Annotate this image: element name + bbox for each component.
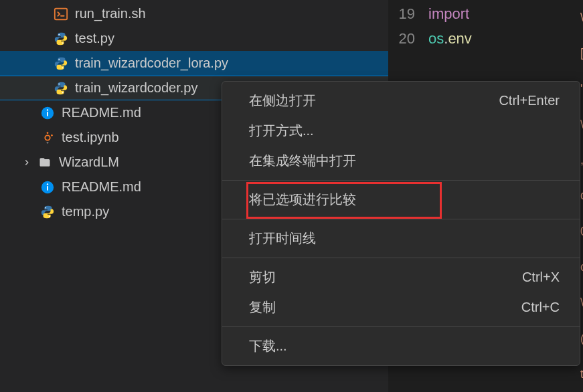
svg-point-1 <box>58 33 60 35</box>
menu-separator <box>222 180 580 181</box>
token: import <box>428 5 469 22</box>
svg-point-9 <box>47 109 48 110</box>
svg-rect-15 <box>47 186 48 190</box>
folder-icon <box>37 155 52 170</box>
menu-label: 在侧边打开 <box>249 92 316 110</box>
file-label: temp.py <box>62 204 109 219</box>
menu-separator <box>222 326 580 327</box>
chevron-right-icon <box>20 158 33 167</box>
edge-char: \ <box>580 296 583 310</box>
svg-point-11 <box>47 132 49 134</box>
notebook-icon <box>40 130 55 145</box>
menu-item[interactable]: 在集成终端中打开 <box>222 146 580 176</box>
menu-item[interactable]: 打开时间线 <box>222 223 580 254</box>
shell-icon <box>54 7 68 21</box>
edge-char: d <box>580 189 583 203</box>
menu-label: 下载... <box>249 337 287 355</box>
menu-item[interactable]: 下载... <box>222 331 580 361</box>
edge-char: 0 <box>580 225 583 239</box>
file-label: WizardLM <box>59 155 119 170</box>
code-content: os.env <box>428 30 472 47</box>
keyboard-shortcut: Ctrl+Enter <box>499 93 560 108</box>
info-icon <box>40 106 55 120</box>
file-label: test.ipynb <box>62 130 119 145</box>
menu-item[interactable]: 打开方式... <box>222 116 580 146</box>
menu-separator <box>222 258 580 258</box>
menu-separator <box>222 219 580 219</box>
svg-point-2 <box>62 42 64 43</box>
edge-char: [ <box>580 46 583 60</box>
file-label: run_train.sh <box>75 6 146 21</box>
svg-point-12 <box>47 141 49 143</box>
python-icon <box>40 205 55 219</box>
keyboard-shortcut: Ctrl+C <box>521 300 560 315</box>
svg-point-13 <box>51 134 53 136</box>
file-item[interactable]: run_train.sh <box>0 1 388 26</box>
edge-char: c <box>580 260 583 274</box>
menu-label: 剪切 <box>249 268 276 286</box>
token: os <box>428 30 444 47</box>
svg-point-4 <box>62 67 64 68</box>
edge-char: t <box>580 367 583 381</box>
context-menu: 在侧边打开Ctrl+Enter打开方式...在集成终端中打开将已选项进行比较打开… <box>222 81 580 366</box>
token: env <box>448 30 471 47</box>
file-item[interactable]: test.py <box>0 26 388 51</box>
menu-item[interactable]: 在侧边打开Ctrl+Enter <box>222 86 580 116</box>
svg-rect-8 <box>47 112 48 116</box>
svg-point-5 <box>58 83 60 84</box>
edge-char: \ <box>580 11 583 25</box>
keyboard-shortcut: Ctrl+X <box>522 270 560 285</box>
svg-point-10 <box>45 135 50 140</box>
menu-item[interactable]: 将已选项进行比较 <box>222 185 580 215</box>
file-label: README.md <box>62 105 141 120</box>
edge-char: ' <box>580 82 583 96</box>
edge-char: ( <box>580 332 583 346</box>
menu-item[interactable]: 复制Ctrl+C <box>222 292 580 322</box>
edge-char: \ <box>580 118 583 132</box>
code-line[interactable]: 19import <box>388 1 583 26</box>
file-label: train_wizardcoder_lora.py <box>75 56 228 71</box>
menu-label: 复制 <box>249 298 276 316</box>
code-content: import <box>428 5 469 23</box>
svg-point-6 <box>62 92 64 93</box>
svg-point-18 <box>49 215 50 217</box>
file-label: train_wizardcoder.py <box>75 80 197 96</box>
python-icon <box>54 81 68 96</box>
line-number: 20 <box>388 30 428 47</box>
svg-point-17 <box>45 207 46 208</box>
code-line[interactable]: 20os.env <box>388 26 583 51</box>
line-number: 19 <box>388 5 428 23</box>
menu-label: 打开时间线 <box>249 229 316 248</box>
python-icon <box>54 56 68 71</box>
menu-label: 打开方式... <box>249 122 314 140</box>
truncated-code-edge: \['\,d0c\(t <box>580 0 583 392</box>
file-label: README.md <box>62 179 141 195</box>
python-icon <box>54 31 68 46</box>
menu-label: 在集成终端中打开 <box>249 152 356 170</box>
svg-point-16 <box>47 183 48 185</box>
edge-char: , <box>580 153 583 167</box>
svg-rect-0 <box>55 8 67 19</box>
file-label: test.py <box>75 31 114 46</box>
svg-point-3 <box>58 58 60 60</box>
menu-item[interactable]: 剪切Ctrl+X <box>222 262 580 292</box>
file-item[interactable]: train_wizardcoder_lora.py <box>0 51 388 76</box>
menu-label: 将已选项进行比较 <box>249 191 356 209</box>
info-icon <box>40 180 55 195</box>
